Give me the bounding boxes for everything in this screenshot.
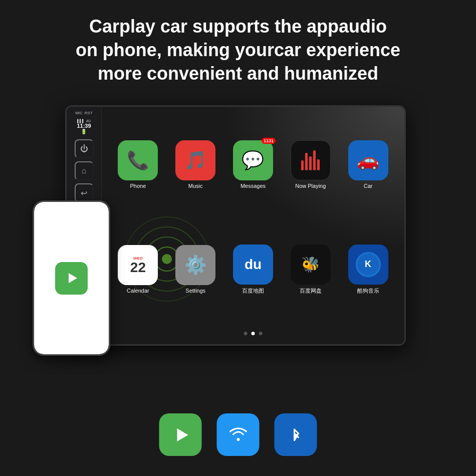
app-now-playing[interactable]: Now Playing bbox=[291, 140, 331, 189]
baidu-map-icon[interactable]: du bbox=[233, 245, 273, 285]
svg-point-5 bbox=[236, 438, 240, 441]
app-phone[interactable]: 📞 Phone bbox=[118, 140, 158, 189]
baidu-disk-icon[interactable]: 🐝 bbox=[291, 245, 331, 285]
dot-2 bbox=[252, 332, 255, 335]
signal-row: ▌▌▌ 4G bbox=[77, 119, 91, 123]
app-settings[interactable]: ⚙️ Settings bbox=[175, 245, 215, 294]
bluetooth-icon-svg bbox=[283, 422, 308, 447]
music-icon[interactable]: 🎵 bbox=[175, 140, 215, 180]
music-label: Music bbox=[188, 183, 203, 189]
app-messages[interactable]: 💬 1131 Messages bbox=[233, 140, 273, 189]
stereo-unit: MIC RST ▌▌▌ 4G 11:39 🔋 ⏻ ⌂ ↩ 📍 🔈 bbox=[65, 105, 406, 346]
mic-rst-labels: MIC RST bbox=[75, 111, 93, 115]
wifi-bottom-icon[interactable] bbox=[217, 413, 260, 456]
page-dots bbox=[244, 332, 263, 335]
stereo-inner: MIC RST ▌▌▌ 4G 11:39 🔋 ⏻ ⌂ ↩ 📍 🔈 bbox=[67, 107, 404, 344]
kugou-icon[interactable]: K bbox=[348, 245, 388, 285]
np-bar-1 bbox=[301, 160, 304, 170]
dot-1 bbox=[244, 332, 248, 335]
cal-num: 22 bbox=[130, 261, 146, 275]
messages-badge: 1131 bbox=[262, 138, 276, 144]
carplay-icon-svg bbox=[168, 422, 193, 447]
phone-screen bbox=[34, 202, 109, 354]
rst-label: RST bbox=[85, 111, 93, 115]
home-button[interactable]: ⌂ bbox=[75, 161, 94, 180]
time-display: 11:39 bbox=[77, 123, 91, 129]
app-grid: 📞 Phone 🎵 Music 💬 1131 Mess bbox=[112, 114, 394, 319]
phone-icon[interactable]: 📞 bbox=[118, 140, 158, 180]
now-playing-label: Now Playing bbox=[295, 183, 326, 189]
bottom-icons-row bbox=[159, 413, 317, 456]
app-baidu-disk[interactable]: 🐝 百度网盘 bbox=[291, 245, 331, 295]
np-bar-2 bbox=[305, 153, 308, 170]
calendar-label: Calendar bbox=[127, 288, 149, 294]
np-bar-5 bbox=[317, 159, 320, 170]
headline: Carplay car supports the appaudio on pho… bbox=[46, 0, 430, 95]
app-calendar[interactable]: WED 22 Calendar bbox=[118, 245, 158, 294]
np-bar-3 bbox=[309, 156, 312, 170]
app-music[interactable]: 🎵 Music bbox=[175, 140, 215, 189]
messages-icon[interactable]: 💬 1131 bbox=[233, 140, 273, 180]
headline-line2: on phone, making yourcar experience bbox=[76, 39, 400, 62]
car-icon[interactable]: 🚗 bbox=[348, 140, 388, 180]
baidu-map-label: 百度地图 bbox=[242, 287, 264, 295]
scene: MIC RST ▌▌▌ 4G 11:39 🔋 ⏻ ⌂ ↩ 📍 🔈 bbox=[0, 95, 476, 471]
back-button[interactable]: ↩ bbox=[75, 183, 94, 202]
car-label: Car bbox=[364, 183, 373, 189]
carplay-phone-icon[interactable] bbox=[55, 262, 88, 295]
screen-area: 📞 Phone 🎵 Music 💬 1131 Mess bbox=[102, 107, 404, 344]
svg-rect-4 bbox=[225, 422, 251, 447]
power-button[interactable]: ⏻ bbox=[75, 139, 94, 158]
np-bars bbox=[301, 150, 320, 170]
battery-icon: 🔋 bbox=[81, 129, 87, 134]
carplay-play-icon bbox=[62, 269, 81, 288]
dot-3 bbox=[259, 332, 263, 335]
headline-line1: Carplay car supports the appaudio bbox=[76, 15, 400, 39]
phone-device bbox=[33, 200, 110, 356]
wifi-icon-svg bbox=[225, 422, 251, 447]
cal-content: WED 22 bbox=[130, 256, 146, 275]
headline-line3: more convenient and humanized bbox=[76, 62, 400, 86]
app-baidu-map[interactable]: du 百度地图 bbox=[233, 245, 273, 295]
calendar-icon[interactable]: WED 22 bbox=[118, 245, 158, 285]
app-kugou[interactable]: K 酷狗音乐 bbox=[348, 245, 388, 295]
now-playing-icon[interactable] bbox=[291, 140, 331, 180]
kugou-label: 酷狗音乐 bbox=[357, 287, 379, 295]
carplay-bottom-icon[interactable] bbox=[159, 413, 202, 456]
signal-bars: ▌▌▌ bbox=[77, 119, 85, 123]
app-car[interactable]: 🚗 Car bbox=[348, 140, 388, 189]
messages-label: Messages bbox=[241, 183, 266, 189]
settings-label: Settings bbox=[185, 288, 205, 294]
baidu-disk-label: 百度网盘 bbox=[300, 287, 322, 295]
phone-label: Phone bbox=[130, 183, 146, 189]
settings-icon[interactable]: ⚙️ bbox=[175, 245, 215, 285]
np-bar-4 bbox=[313, 150, 316, 170]
bluetooth-bottom-icon[interactable] bbox=[275, 413, 317, 456]
signal-type: 4G bbox=[86, 119, 91, 123]
mic-label: MIC bbox=[75, 111, 83, 115]
status-area: ▌▌▌ 4G 11:39 🔋 bbox=[77, 119, 91, 134]
